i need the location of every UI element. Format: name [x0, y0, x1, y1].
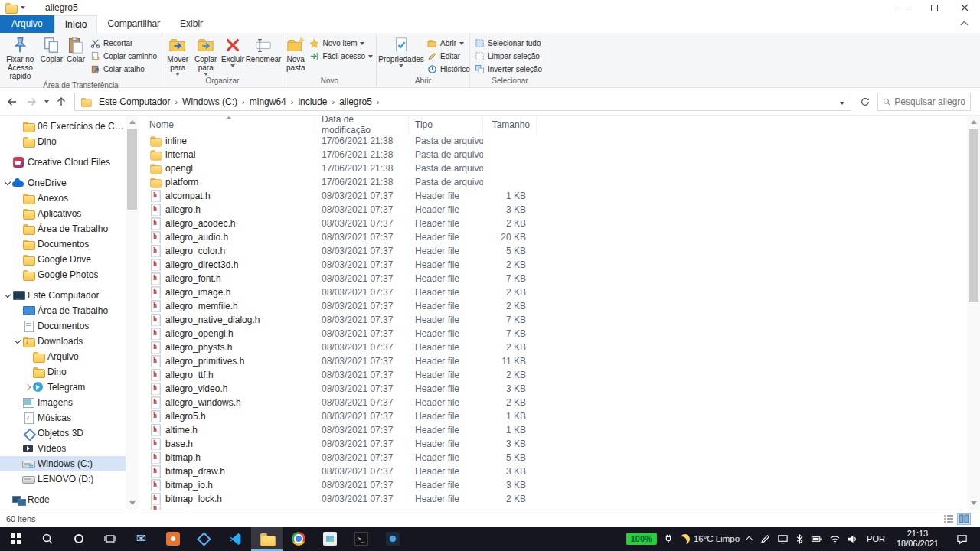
file-row[interactable]: bitmap.h08/03/2021 07:37Header file5 KB	[143, 451, 967, 465]
breadcrumb-segment[interactable]: Windows (C:)	[178, 96, 241, 107]
address-history-dropdown[interactable]	[834, 96, 851, 107]
chevron-down-icon[interactable]	[3, 291, 12, 300]
language-indicator[interactable]: POR	[864, 534, 887, 543]
paste-button[interactable]: Colar	[64, 34, 87, 64]
sidebar-item[interactable]: ↓Downloads	[0, 334, 126, 349]
task-view-button[interactable]	[94, 527, 126, 551]
open-button[interactable]: Abrir	[424, 37, 473, 50]
sidebar-item[interactable]: Dino	[0, 134, 126, 149]
file-row[interactable]: allegro_native_dialog.h08/03/2021 07:37H…	[143, 313, 967, 327]
cortana-button[interactable]	[63, 527, 94, 551]
cut-button[interactable]: Recortar	[87, 37, 160, 50]
breadcrumb-segment[interactable]: Este Computador	[95, 96, 174, 107]
close-button[interactable]	[949, 0, 980, 15]
breadcrumb-separator-icon[interactable]: ›	[376, 97, 381, 106]
paste-shortcut-button[interactable]: Colar atalho	[87, 63, 160, 76]
sidebar-item[interactable]: Área de Trabalho	[0, 303, 126, 318]
refresh-button[interactable]	[856, 93, 874, 111]
chevron-down-icon[interactable]	[3, 178, 12, 187]
taskbar-app-console[interactable]	[377, 527, 408, 551]
copy-path-button[interactable]: Copiar caminho	[87, 50, 160, 63]
chevron-right-icon[interactable]	[23, 383, 32, 392]
file-row[interactable]: allegro_ttf.h08/03/2021 07:37Header file…	[143, 368, 967, 382]
properties-button[interactable]: Propriedades	[378, 34, 424, 67]
scroll-up-icon[interactable]	[967, 116, 980, 129]
bluetooth-icon[interactable]	[795, 533, 805, 545]
sidebar-item[interactable]: Imagens	[0, 395, 126, 410]
sidebar-item[interactable]: Documentos	[0, 236, 126, 252]
sidebar-item[interactable]: Este Computador	[0, 288, 126, 303]
sidebar-item[interactable]: Telegram	[0, 380, 126, 395]
scroll-up-icon[interactable]	[126, 116, 139, 129]
new-item-button[interactable]: Novo item	[306, 37, 376, 50]
recent-locations-dropdown[interactable]	[41, 93, 51, 111]
up-button[interactable]	[52, 93, 70, 111]
file-row[interactable]: bitmap_draw.h08/03/2021 07:37Header file…	[143, 465, 967, 478]
column-header-date[interactable]: Data de modificação	[315, 116, 409, 134]
scroll-down-icon[interactable]	[967, 497, 980, 510]
sidebar-item[interactable]: OneDrive	[0, 175, 126, 191]
file-row[interactable]: allegro.h08/03/2021 07:37Header file3 KB	[143, 203, 967, 217]
sidebar-item[interactable]: 06 Exercícios de Custeio	[0, 119, 126, 134]
sidebar-item[interactable]: Rede	[0, 492, 126, 507]
breadcrumb-segment[interactable]: include	[294, 96, 331, 107]
battery-percentage-widget[interactable]: 100%	[626, 533, 657, 545]
file-row[interactable]: allegro_windows.h08/03/2021 07:37Header …	[143, 396, 967, 409]
breadcrumb-segment[interactable]: mingw64	[246, 96, 290, 107]
taskbar-app-explorer[interactable]	[251, 527, 283, 551]
clear-selection-button[interactable]: Limpar seleção	[472, 50, 545, 63]
action-center-button[interactable]	[948, 527, 975, 551]
sidebar-item[interactable]: Área de Trabalho	[0, 221, 126, 236]
easy-access-button[interactable]: Fácil acesso	[306, 50, 376, 63]
taskbar-app-3d-viewer[interactable]	[188, 527, 220, 551]
forward-button[interactable]	[22, 93, 41, 111]
sidebar-item[interactable]: Creative Cloud Files	[0, 155, 126, 170]
thumbnails-view-button[interactable]	[957, 513, 971, 525]
edit-button[interactable]: Editar	[424, 50, 473, 63]
taskbar-app-mail[interactable]: ✉	[126, 527, 157, 551]
taskbar-app-orange[interactable]	[157, 527, 188, 551]
sidebar-item[interactable]: Documentos	[0, 318, 126, 334]
maximize-button[interactable]	[919, 0, 949, 15]
file-row[interactable]: allegro_image.h08/03/2021 07:37Header fi…	[143, 285, 967, 299]
sidebar-item[interactable]: Windows (C:)	[0, 456, 126, 471]
details-view-button[interactable]	[942, 513, 956, 525]
file-row[interactable]: allegro_acodec.h08/03/2021 07:37Header f…	[143, 217, 967, 230]
breadcrumb-segment[interactable]: allegro5	[335, 96, 376, 107]
file-row[interactable]: bitmap_io.h08/03/2021 07:37Header file3 …	[143, 478, 967, 492]
sidebar-item[interactable]: Aplicativos	[0, 206, 126, 221]
file-row[interactable]: platform17/06/2021 21:38Pasta de arquivo…	[143, 175, 967, 189]
taskbar-app-terminal[interactable]: >_	[345, 527, 377, 551]
file-row[interactable]: allegro_color.h08/03/2021 07:37Header fi…	[143, 244, 967, 258]
file-row[interactable]: allegro_memfile.h08/03/2021 07:37Header …	[143, 299, 967, 313]
wifi-icon[interactable]	[829, 533, 841, 545]
file-row[interactable]: allegro_font.h08/03/2021 07:37Header fil…	[143, 272, 967, 285]
history-button[interactable]: Histórico	[424, 63, 473, 76]
scroll-down-icon[interactable]	[126, 497, 139, 510]
file-row[interactable]: allegro_audio.h08/03/2021 07:37Header fi…	[143, 230, 967, 244]
taskbar-app-photos[interactable]	[314, 527, 345, 551]
file-row[interactable]: inline17/06/2021 21:38Pasta de arquivos	[143, 134, 967, 148]
sidebar-item[interactable]: Objetos 3D	[0, 425, 126, 441]
file-row[interactable]: allegro_opengl.h08/03/2021 07:37Header f…	[143, 327, 967, 341]
file-row[interactable]: opengl17/06/2021 21:38Pasta de arquivos	[143, 161, 967, 175]
taskbar-app-chrome[interactable]	[283, 527, 314, 551]
file-row[interactable]: altime.h08/03/2021 07:37Header file1 KB	[143, 423, 967, 437]
clock[interactable]: 21:13 18/06/2021	[893, 529, 942, 549]
sidebar-item[interactable]: Anexos	[0, 191, 126, 206]
qat-customize-icon[interactable]	[21, 6, 25, 9]
weather-widget[interactable]: 16°C Limpo	[680, 534, 740, 544]
copy-to-button[interactable]: Copiar para	[191, 34, 219, 76]
chevron-down-icon[interactable]	[13, 337, 22, 346]
plug-icon[interactable]	[663, 533, 674, 544]
address-box[interactable]: Este Computador›Windows (C:)›mingw64›inc…	[74, 93, 851, 111]
volume-icon[interactable]	[847, 533, 858, 545]
copy-button[interactable]: Copiar	[39, 34, 64, 64]
invert-selection-button[interactable]: Inverter seleção	[472, 63, 545, 76]
file-row[interactable]: base.h08/03/2021 07:37Header file3 KB	[143, 437, 967, 451]
scrollbar-thumb[interactable]	[969, 129, 978, 302]
file-row[interactable]: allegro_direct3d.h08/03/2021 07:37Header…	[143, 258, 967, 272]
rename-button[interactable]: Renomear	[246, 34, 281, 64]
new-folder-button[interactable]: Nova pasta	[285, 34, 306, 72]
start-button[interactable]	[0, 527, 31, 551]
